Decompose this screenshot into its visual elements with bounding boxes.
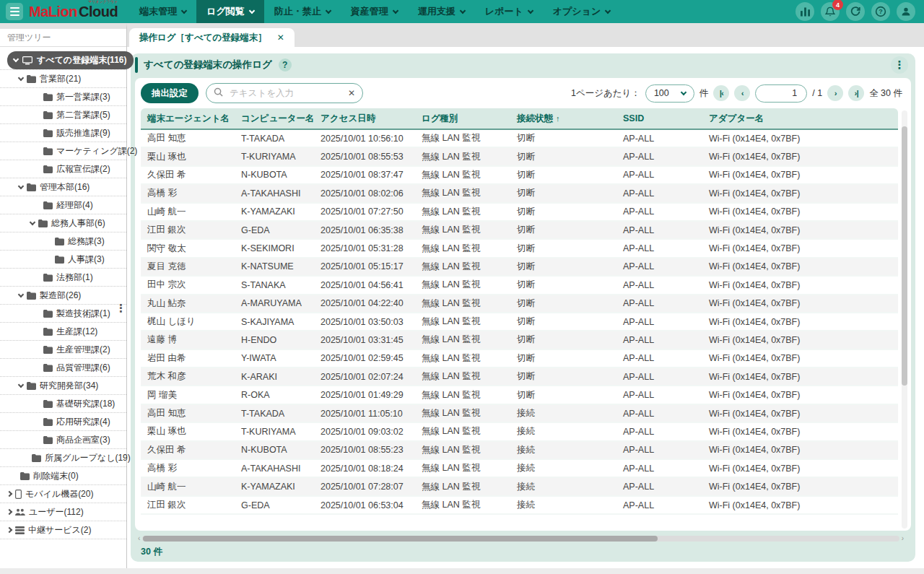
tree-item[interactable]: 経理部(4)	[0, 196, 126, 214]
panel-help-icon[interactable]: ?	[279, 58, 292, 71]
tree-item[interactable]: マーケティング課(2)	[0, 142, 126, 160]
horizontal-scrollbar-thumb[interactable]	[143, 536, 658, 542]
scroll-right-icon[interactable]: ›	[902, 535, 904, 542]
tree-item[interactable]: 中継サービス(2)	[0, 521, 126, 539]
kebab-menu-icon[interactable]: ⋮	[891, 56, 908, 74]
nav-menu-item[interactable]: 運用支援	[408, 0, 475, 23]
account-icon[interactable]	[897, 2, 915, 21]
toolbar: 抽出設定 ✕ 1ページあたり： 100	[135, 78, 911, 108]
table-row[interactable]: 久保田 希N-KUBOTA2025/10/01 08:55:23無線 LAN 監…	[141, 441, 898, 459]
nav-menu-item[interactable]: 防止・禁止	[264, 0, 341, 23]
table-row[interactable]: 山崎 航一K-YAMAZAKI2025/10/01 07:28:07無線 LAN…	[141, 477, 898, 495]
tree-item[interactable]: モバイル機器(20)	[0, 485, 126, 503]
hamburger-menu-icon[interactable]	[6, 3, 23, 20]
notifications-bell-icon[interactable]: 4	[821, 2, 840, 21]
tree-item[interactable]: 基礎研究課(18)	[0, 395, 126, 413]
tree-item[interactable]: 所属グループなし(19)	[0, 449, 126, 467]
tree-item[interactable]: 削除端末(0)	[0, 467, 126, 485]
tree-item[interactable]: 広報宣伝課(2)	[0, 160, 126, 178]
tree-item[interactable]: 生産課(12)	[0, 323, 126, 341]
chevron-right-icon[interactable]	[6, 491, 12, 497]
tree-item[interactable]: 第一営業課(3)	[0, 88, 126, 106]
stats-icon[interactable]	[796, 2, 814, 21]
table-row[interactable]: 岡 瑠美R-OKA2025/10/01 01:49:29無線 LAN 監視切断A…	[141, 386, 898, 404]
nav-menu-item[interactable]: オプション	[543, 0, 621, 23]
tree-item[interactable]: 製造技術課(1)	[0, 305, 126, 323]
nav-menu-item[interactable]: 資産管理	[341, 0, 408, 23]
tree-item[interactable]: 法務部(1)	[0, 269, 126, 287]
tree-item[interactable]: 製造部(26)	[0, 287, 126, 305]
nav-menu-item[interactable]: 端末管理	[129, 0, 196, 23]
next-page-button[interactable]: ›	[827, 85, 843, 101]
chevron-right-icon[interactable]	[6, 527, 12, 533]
table-row[interactable]: 高橋 彩A-TAKAHASHI2025/10/01 08:18:24無線 LAN…	[141, 459, 898, 477]
table-row[interactable]: 山崎 航一K-YAMAZAKI2025/10/01 07:27:50無線 LAN…	[141, 203, 898, 221]
column-header[interactable]: アクセス日時	[314, 108, 415, 129]
tree-item[interactable]: 応用研究課(4)	[0, 413, 126, 431]
help-icon[interactable]: ?	[871, 2, 890, 21]
splitter-handle[interactable]: ⋮	[116, 305, 126, 312]
table-row[interactable]: 梶山 しほりS-KAJIYAMA2025/10/01 03:50:03無線 LA…	[141, 313, 898, 331]
vertical-scrollbar[interactable]	[902, 110, 907, 529]
tree-item[interactable]: 第二営業課(5)	[0, 106, 126, 124]
nav-menu-item[interactable]: レポート	[475, 0, 543, 23]
table-row[interactable]: 栗山 琢也T-KURIYAMA2025/10/01 08:55:53無線 LAN…	[141, 147, 898, 165]
column-header[interactable]: SSID	[616, 108, 702, 129]
per-page-select[interactable]: 100	[645, 84, 694, 103]
close-icon[interactable]: ✕	[277, 32, 284, 43]
tree-item[interactable]: 生産管理課(2)	[0, 341, 126, 359]
tree-item[interactable]: 販売推進課(9)	[0, 124, 126, 142]
horizontal-scrollbar-track[interactable]	[142, 536, 899, 542]
page-number-input[interactable]	[755, 84, 807, 103]
last-page-button[interactable]: ›|	[848, 85, 864, 101]
table-row[interactable]: 夏目 克徳K-NATSUME2025/10/01 05:15:17無線 LAN …	[141, 258, 898, 276]
search-input[interactable]	[228, 87, 343, 99]
table-row[interactable]: 岩田 由希Y-IWATA2025/10/01 02:59:45無線 LAN 監視…	[141, 349, 898, 368]
table-row[interactable]: 高田 知恵T-TAKADA2025/10/01 10:56:10無線 LAN 監…	[141, 129, 898, 147]
table-row[interactable]: 江田 銀次G-EDA2025/10/01 06:53:04無線 LAN 監視接続…	[141, 496, 898, 514]
tab-operation-log[interactable]: 操作ログ［すべての登録端末］ ✕	[129, 28, 295, 47]
table-row[interactable]: 田中 宗次S-TANAKA2025/10/01 04:56:41無線 LAN 監…	[141, 276, 898, 294]
chevron-down-icon[interactable]	[18, 291, 24, 297]
chevron-down-icon[interactable]	[18, 183, 24, 188]
chevron-right-icon[interactable]	[6, 509, 12, 515]
tree-item[interactable]: 管理本部(16)	[0, 178, 126, 196]
tree-item[interactable]: ユーザー(112)	[0, 503, 126, 521]
tree-item[interactable]: すべての登録端末(116)	[0, 51, 126, 70]
column-header[interactable]: ログ種別	[415, 108, 510, 129]
clear-search-icon[interactable]: ✕	[348, 88, 355, 98]
nav-menu-item[interactable]: ログ閲覧	[196, 0, 264, 23]
workspace: 管理ツリー すべての登録端末(116)営業部(21)第一営業課(3)第二営業課(…	[0, 23, 924, 568]
chevron-down-icon[interactable]	[13, 56, 19, 62]
table-row[interactable]: 荒木 和彦K-ARAKI2025/10/01 02:07:24無線 LAN 監視…	[141, 368, 898, 386]
table-row[interactable]: 栗山 琢也T-KURIYAMA2025/10/01 09:03:02無線 LAN…	[141, 422, 898, 440]
table-row[interactable]: 江田 銀次G-EDA2025/10/01 06:35:38無線 LAN 監視切断…	[141, 221, 898, 239]
tree-item[interactable]: 総務課(3)	[0, 232, 126, 251]
filter-settings-button[interactable]: 抽出設定	[141, 83, 199, 103]
tree-item[interactable]: 総務人事部(6)	[0, 214, 126, 232]
prev-page-button[interactable]: ‹	[734, 85, 750, 101]
column-header[interactable]: コンピューター名	[235, 108, 314, 129]
refresh-icon[interactable]	[846, 2, 865, 21]
table-row[interactable]: 丸山 鮎奈A-MARUYAMA2025/10/01 04:22:40無線 LAN…	[141, 295, 898, 313]
tree-item[interactable]: 営業部(21)	[0, 70, 126, 88]
table-row[interactable]: 久保田 希N-KUBOTA2025/10/01 08:37:47無線 LAN 監…	[141, 166, 898, 184]
tree-item[interactable]: 人事課(3)	[0, 251, 126, 269]
chevron-down-icon[interactable]	[18, 74, 24, 80]
tree-item[interactable]: 品質管理課(6)	[0, 359, 126, 377]
column-header[interactable]: アダプター名	[702, 108, 898, 129]
column-header[interactable]: 接続状態↑	[510, 108, 616, 129]
table-row[interactable]: 高田 知恵T-TAKADA2025/10/01 11:05:10無線 LAN 監…	[141, 404, 898, 422]
horizontal-scrollbar[interactable]: ‹ ›	[138, 535, 904, 542]
table-row[interactable]: 関守 敬太K-SEKIMORI2025/10/01 05:31:28無線 LAN…	[141, 239, 898, 257]
scroll-left-icon[interactable]: ‹	[138, 535, 140, 542]
tree-item[interactable]: 商品企画室(3)	[0, 431, 126, 449]
chevron-down-icon[interactable]	[30, 219, 35, 225]
table-row[interactable]: 遠藤 博H-ENDO2025/10/01 03:31:45無線 LAN 監視切断…	[141, 331, 898, 349]
tree-item[interactable]: 研究開発部(34)	[0, 377, 126, 395]
first-page-button[interactable]: |‹	[713, 85, 729, 101]
vertical-scrollbar-thumb[interactable]	[902, 126, 907, 386]
column-header[interactable]: 端末エージェント名	[141, 108, 235, 129]
table-row[interactable]: 高橋 彩A-TAKAHASHI2025/10/01 08:02:06無線 LAN…	[141, 184, 898, 202]
chevron-down-icon[interactable]	[18, 381, 24, 387]
